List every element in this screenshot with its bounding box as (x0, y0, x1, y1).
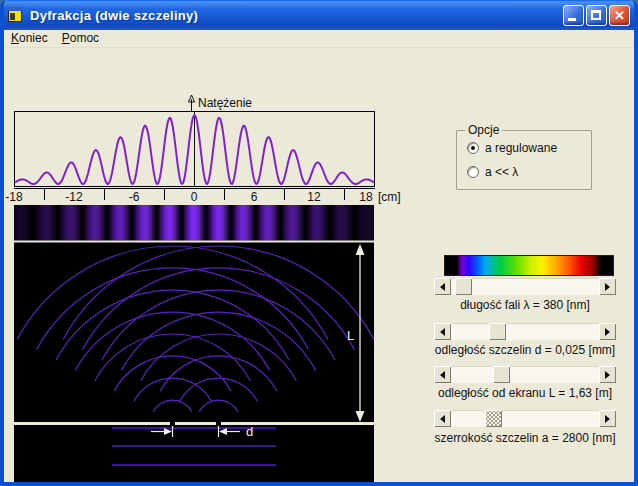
radio-label: a << λ (485, 165, 518, 179)
scrollbar-track[interactable] (451, 323, 599, 340)
x-axis-tick (104, 189, 105, 200)
slit-distance-scrollbar (434, 323, 616, 340)
right-arrow-icon (605, 328, 610, 336)
d-dimension: d (151, 424, 253, 439)
client-area: Natężenie -18 -12 -6 0 6 12 18 [cm] (4, 48, 634, 482)
L-dimension: L (347, 244, 365, 422)
options-groupbox: Opcje a regulowane a << λ (456, 130, 592, 190)
maximize-icon (591, 10, 601, 20)
screen-distance-label: odległość od ekranu L = 1,63 [m] (434, 386, 616, 400)
maximize-button[interactable] (586, 5, 607, 26)
scroll-right-button[interactable] (599, 410, 616, 427)
radio-a-regulowane[interactable]: a regulowane (467, 141, 557, 155)
scroll-right-button[interactable] (599, 323, 616, 340)
wavelength-label: długość fali λ = 380 [nm] (434, 298, 616, 312)
x-axis-unit: [cm] (378, 190, 401, 204)
scrollbar-track[interactable] (451, 366, 599, 383)
axis-up-arrow-icon (187, 95, 196, 111)
x-tick-label: -6 (117, 190, 151, 204)
x-axis-tick (284, 189, 285, 200)
title-bar[interactable]: Dyfrakcja (dwie szczeliny) ✕ (0, 0, 638, 30)
scroll-left-button[interactable] (434, 410, 451, 427)
x-tick-label: -12 (57, 190, 91, 204)
fringe-pattern (14, 205, 374, 241)
slit-width-scrollbar (434, 410, 616, 427)
screen-distance-scrollbar (434, 366, 616, 383)
left-arrow-icon (440, 415, 445, 423)
menu-item-pomoc[interactable]: Pomoc (55, 30, 106, 47)
scrollbar-thumb[interactable] (485, 410, 502, 427)
radio-label: a regulowane (485, 141, 557, 155)
wavelength-spectrum-bar (444, 255, 614, 276)
wavelength-scrollbar (434, 278, 616, 295)
intensity-plot (14, 111, 375, 187)
x-axis-tick (164, 189, 165, 200)
slit-width-label: szerrokość szczelin a = 2800 [nm] (434, 431, 616, 445)
screen-line (14, 241, 374, 243)
menu-bar: Koniec Pomoc (4, 30, 634, 48)
scrollbar-thumb[interactable] (489, 323, 506, 340)
left-arrow-icon (440, 328, 445, 336)
wavefront-arcs (17, 246, 374, 412)
scroll-left-button[interactable] (434, 323, 451, 340)
left-arrow-icon (440, 371, 445, 379)
scrollbar-track[interactable] (451, 410, 599, 427)
radio-a-much-less-lambda[interactable]: a << λ (467, 165, 518, 179)
scrollbar-track[interactable] (451, 278, 599, 295)
left-arrow-icon (440, 283, 445, 291)
simulation-panel: L d (14, 205, 374, 486)
x-tick-label: -18 (0, 190, 31, 204)
axis-title-label: Natężenie (198, 96, 252, 110)
menu-item-koniec[interactable]: Koniec (4, 30, 55, 47)
close-button[interactable]: ✕ (609, 5, 630, 26)
app-icon[interactable] (7, 7, 24, 23)
x-tick-label: 12 (297, 190, 331, 204)
scrollbar-thumb[interactable] (493, 366, 510, 383)
x-axis-tick (344, 189, 345, 200)
x-axis-tick (224, 189, 225, 200)
radio-icon[interactable] (467, 142, 479, 154)
L-label: L (347, 328, 354, 343)
scroll-left-button[interactable] (434, 366, 451, 383)
x-axis-line (14, 188, 375, 189)
x-axis-tick (44, 189, 45, 200)
minimize-icon (568, 18, 576, 21)
right-arrow-icon (605, 283, 610, 291)
close-icon: ✕ (610, 7, 629, 24)
right-arrow-icon (605, 415, 610, 423)
scroll-right-button[interactable] (599, 278, 616, 295)
x-tick-label: 6 (237, 190, 271, 204)
options-title: Opcje (465, 123, 502, 137)
right-arrow-icon (605, 371, 610, 379)
minimize-button[interactable] (563, 5, 584, 26)
scrollbar-thumb[interactable] (455, 278, 472, 295)
app-window: Dyfrakcja (dwie szczeliny) ✕ Koniec Pomo… (0, 0, 638, 486)
radio-icon[interactable] (467, 166, 479, 178)
slit-barrier (14, 422, 374, 425)
scroll-right-button[interactable] (599, 366, 616, 383)
intensity-axis-title: Natężenie (187, 95, 252, 111)
slit-distance-label: odległość szczelin d = 0,025 [mm] (434, 343, 616, 357)
scroll-left-button[interactable] (434, 278, 451, 295)
window-title: Dyfrakcja (dwie szczeliny) (30, 8, 198, 23)
x-tick-label: 0 (177, 190, 211, 204)
d-label: d (246, 424, 253, 439)
